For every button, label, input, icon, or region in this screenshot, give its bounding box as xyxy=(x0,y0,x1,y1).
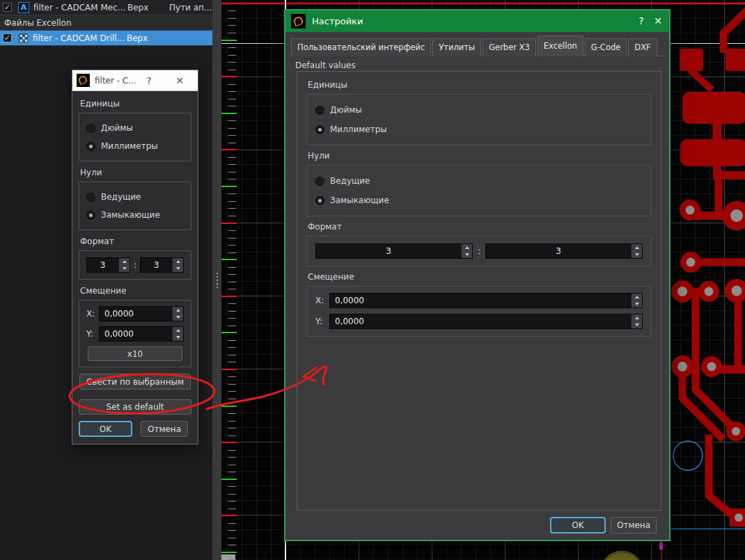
spinner-arrows[interactable] xyxy=(118,258,130,272)
ok-button[interactable]: OK xyxy=(550,517,606,534)
units-group: Дюймы Миллиметры xyxy=(79,113,191,161)
zeros-group: Ведущие Замыкающие xyxy=(79,182,191,230)
checkbox-checked-icon[interactable]: ✓ xyxy=(3,3,12,12)
spinner-arrows[interactable] xyxy=(631,314,642,328)
tab-excellon[interactable]: Excellon xyxy=(538,35,583,56)
radio-inches[interactable]: Дюймы xyxy=(86,119,184,137)
x10-button[interactable]: x10 xyxy=(88,346,182,361)
checkbox-checked-icon[interactable]: ✓ xyxy=(3,33,12,42)
offset-y-label: Y: xyxy=(86,329,99,339)
set-as-default-button[interactable]: Set as default xyxy=(79,399,191,415)
format-label: Формат xyxy=(80,237,191,246)
spinbox-value[interactable]: 3 xyxy=(141,260,172,270)
radio-millimeters[interactable]: Миллиметры xyxy=(315,120,643,139)
tab-gerber-x3[interactable]: Gerber X3 xyxy=(483,38,536,56)
format-group: 3 : 3 xyxy=(79,250,191,280)
radio-trailing-zeros[interactable]: Замыкающие xyxy=(315,191,643,210)
spinbox-value[interactable]: 0,0000 xyxy=(330,296,631,305)
offset-x-spinbox[interactable]: 0,0000 xyxy=(99,306,184,321)
ok-button[interactable]: OK xyxy=(79,421,132,437)
help-button[interactable]: ? xyxy=(634,10,648,32)
zeros-label: Нули xyxy=(308,151,652,161)
radio-button-icon[interactable] xyxy=(315,196,324,205)
file-name[interactable]: filter - CADCAM Mec... xyxy=(33,3,127,13)
radio-button-icon[interactable] xyxy=(86,211,95,220)
excellon-file-row-selected[interactable]: ✓ filter - CADCAM Drill... Верх xyxy=(0,31,212,46)
tab-ui[interactable]: Пользовательский интерфейс xyxy=(291,38,431,56)
radio-button-icon[interactable] xyxy=(315,177,324,186)
offset-y-spinbox[interactable]: 0,0000 xyxy=(329,314,643,329)
radio-label: Миллиметры xyxy=(330,125,387,134)
offset-x-label: X: xyxy=(86,309,99,319)
zeros-label: Нули xyxy=(80,168,191,177)
spinner-arrows[interactable] xyxy=(172,307,183,321)
format-separator: : xyxy=(130,260,140,270)
file-side[interactable]: Верх xyxy=(127,3,169,13)
dialog-titlebar[interactable]: filter - C... ? ✕ xyxy=(72,70,198,91)
radio-label: Замыкающие xyxy=(330,195,389,205)
format-decimal-spinbox[interactable]: 3 xyxy=(485,243,643,259)
offset-group: X: 0,0000 Y: 0,0000 x10 xyxy=(79,300,191,367)
help-button[interactable]: ? xyxy=(142,70,156,91)
file-name[interactable]: filter - CADCAM Drill... xyxy=(33,33,127,43)
radio-label: Дюймы xyxy=(330,105,362,115)
default-values-panel: Единицы Дюймы Миллиметры Нули Ведущие За… xyxy=(297,71,661,511)
group-label: Файлы Excellon xyxy=(4,18,72,28)
cancel-button[interactable]: Отмена xyxy=(141,421,188,437)
settings-tabbar: Пользовательский интерфейс Утилиты Gerbe… xyxy=(291,35,664,56)
spinbox-value[interactable]: 3 xyxy=(87,260,118,270)
excellon-group-row[interactable]: Файлы Excellon xyxy=(0,15,212,31)
spinbox-value[interactable]: 0,0000 xyxy=(100,309,172,319)
close-icon[interactable]: ✕ xyxy=(651,10,665,32)
panel-splitter[interactable] xyxy=(212,0,221,560)
tab-dxf[interactable]: DXF xyxy=(628,38,657,56)
zeros-group: Ведущие Замыкающие xyxy=(306,165,652,216)
radio-button-icon[interactable] xyxy=(86,193,95,202)
offset-y-label: Y: xyxy=(315,317,329,326)
dialog-titlebar[interactable]: Настройки ? ✕ xyxy=(285,10,669,32)
spinbox-value[interactable]: 0,0000 xyxy=(100,329,172,339)
format-decimal-spinbox[interactable]: 3 xyxy=(140,257,184,273)
file-side[interactable]: Верх xyxy=(127,33,168,43)
cancel-button[interactable]: Отмена xyxy=(611,517,657,534)
spinner-arrows[interactable] xyxy=(631,244,642,258)
spinbox-value[interactable]: 3 xyxy=(316,246,461,256)
offset-x-label: X: xyxy=(315,296,329,305)
radio-button-icon[interactable] xyxy=(86,124,95,133)
tab-gcode[interactable]: G-Code xyxy=(585,38,627,56)
format-integer-spinbox[interactable]: 3 xyxy=(315,243,473,259)
dialog-title: filter - C... xyxy=(95,76,136,86)
gerber-file-icon: A xyxy=(18,2,29,13)
radio-inches[interactable]: Дюймы xyxy=(315,100,643,120)
excellon-properties-dialog: filter - C... ? ✕ Единицы Дюймы Миллимет… xyxy=(72,70,198,445)
units-label: Единицы xyxy=(308,80,652,90)
format-group: 3 : 3 xyxy=(306,236,652,266)
format-integer-spinbox[interactable]: 3 xyxy=(86,257,130,273)
radio-leading-zeros[interactable]: Ведущие xyxy=(315,171,643,191)
offset-y-spinbox[interactable]: 0,0000 xyxy=(99,326,184,342)
radio-button-icon[interactable] xyxy=(315,106,324,115)
offset-x-spinbox[interactable]: 0,0000 xyxy=(329,293,643,308)
radio-label: Миллиметры xyxy=(101,141,158,151)
spinner-arrows[interactable] xyxy=(172,258,183,272)
spinner-arrows[interactable] xyxy=(461,244,472,258)
apply-to-selected-button[interactable]: Свести по выбранным xyxy=(79,374,191,390)
file-extra-column[interactable]: Пути ап... xyxy=(169,3,212,13)
radio-leading-zeros[interactable]: Ведущие xyxy=(86,188,184,206)
splitter-handle-dots xyxy=(217,273,218,289)
gerber-file-row[interactable]: ✓ A filter - CADCAM Mec... Верх Пути ап.… xyxy=(0,0,212,15)
flatcam-logo-icon xyxy=(291,14,306,29)
spinner-arrows[interactable] xyxy=(631,294,642,307)
spinbox-value[interactable]: 0,0000 xyxy=(330,317,631,326)
radio-label: Ведущие xyxy=(101,192,141,202)
radio-button-icon[interactable] xyxy=(315,125,324,134)
flatcam-logo-icon xyxy=(77,74,90,87)
radio-millimeters[interactable]: Миллиметры xyxy=(86,137,184,155)
units-label: Единицы xyxy=(80,99,191,109)
spinbox-value[interactable]: 3 xyxy=(486,246,631,256)
tab-utilities[interactable]: Утилиты xyxy=(432,38,481,56)
spinner-arrows[interactable] xyxy=(172,327,183,341)
radio-button-icon[interactable] xyxy=(86,142,95,151)
radio-trailing-zeros[interactable]: Замыкающие xyxy=(86,206,184,224)
close-icon[interactable]: ✕ xyxy=(173,70,187,91)
